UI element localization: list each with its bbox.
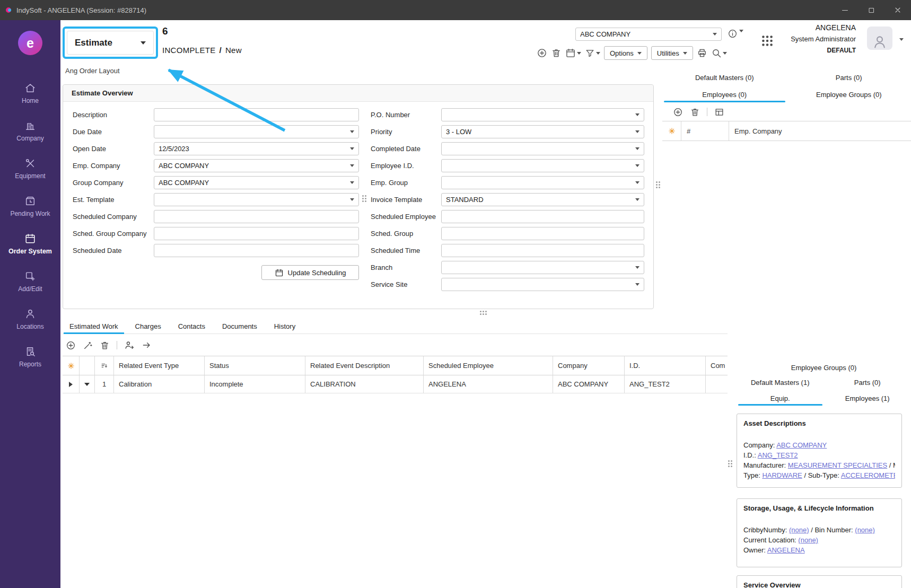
tab-employees-bottom[interactable]: Employees (1) [824, 390, 911, 406]
filter-menu-button[interactable] [585, 48, 600, 58]
current-location-link[interactable]: (none) [798, 536, 818, 544]
subtype-link[interactable]: ACCELEROMETE [841, 471, 895, 479]
cribby-link[interactable]: (none) [789, 526, 809, 534]
sidebar-item-equipment[interactable]: Equipment [0, 150, 60, 187]
open-date-select[interactable]: 12/5/2023 [154, 142, 359, 155]
service-overview-title: Service Overview [743, 581, 895, 588]
user-menu-chevron-icon[interactable] [899, 38, 904, 41]
col-number[interactable]: # [681, 121, 729, 141]
tab-equip[interactable]: Equip. [737, 390, 824, 406]
utilities-button[interactable]: Utilities [651, 46, 693, 60]
sidebar-item-order-system[interactable]: Order System [0, 225, 60, 262]
table-row[interactable]: 1 Calibration Incomplete CALIBRATION ANG… [63, 375, 728, 393]
sidebar-item-pending-work[interactable]: Pending Work [0, 187, 60, 225]
sidebar-item-home[interactable]: Home [0, 74, 60, 112]
delete-employee-button[interactable] [690, 107, 700, 117]
col-scheduled-employee[interactable]: Scheduled Employee [424, 356, 553, 375]
app-grid-button[interactable] [759, 33, 775, 49]
est-template-select[interactable] [154, 193, 359, 206]
emp-company-select[interactable]: ABC COMPANY [154, 159, 359, 172]
col-status[interactable]: Status [205, 356, 305, 375]
tab-employees[interactable]: Employees (0) [662, 86, 787, 103]
row-dropdown-cell[interactable] [80, 375, 95, 393]
company-link[interactable]: ABC COMPANY [776, 441, 827, 449]
priority-select[interactable]: 3 - LOW [441, 125, 644, 138]
due-date-select[interactable] [154, 125, 359, 138]
scheduled-time-input[interactable] [441, 244, 644, 257]
col-company[interactable]: Company [553, 356, 625, 375]
po-number-select[interactable] [441, 108, 644, 121]
header-sort-cell[interactable] [95, 356, 114, 375]
print-button[interactable] [697, 48, 707, 58]
tab-charges[interactable]: Charges [128, 319, 168, 334]
sidebar-item-label: Locations [16, 323, 43, 330]
bin-number-link[interactable]: (none) [855, 526, 875, 534]
grid-settings-cell[interactable] [63, 356, 80, 375]
add-employee-button[interactable] [673, 107, 683, 117]
minimize-button[interactable] [831, 0, 858, 20]
grid-settings-cell[interactable] [662, 121, 681, 141]
tab-parts-bottom[interactable]: Parts (0) [824, 374, 911, 390]
col-com-truncated[interactable]: Com [706, 356, 728, 375]
maximize-button[interactable] [858, 0, 884, 20]
scheduled-employee-input[interactable] [441, 210, 644, 223]
row-expand-cell[interactable] [63, 375, 80, 393]
schedule-menu-button[interactable] [565, 48, 581, 58]
info-menu-button[interactable] [728, 29, 743, 39]
chevron-down-icon [713, 33, 717, 36]
description-input[interactable] [154, 108, 359, 121]
sched-group-company-input[interactable] [154, 227, 359, 240]
add-button[interactable] [537, 48, 547, 58]
sidebar-item-reports[interactable]: Reports [0, 338, 60, 375]
emp-group-select[interactable] [441, 176, 644, 189]
column-drag-handle[interactable] [362, 195, 367, 203]
tab-employee-groups[interactable]: Employee Groups (0) [787, 86, 911, 103]
col-related-event-description[interactable]: Related Event Description [305, 356, 424, 375]
options-button[interactable]: Options [604, 46, 647, 60]
sidebar-item-company[interactable]: Company [0, 112, 60, 150]
auto-create-button[interactable] [83, 340, 93, 350]
manufacturer-link[interactable]: MEASUREMENT SPECIALTIES [788, 461, 887, 469]
grid-view-button[interactable] [714, 107, 724, 117]
tab-parts[interactable]: Parts (0) [787, 69, 911, 86]
vertical-splitter-handle[interactable] [656, 181, 661, 189]
bottom-vertical-splitter-handle[interactable] [728, 460, 733, 468]
tab-default-masters-bottom[interactable]: Default Masters (1) [737, 374, 824, 390]
branch-select[interactable] [441, 261, 644, 274]
tab-contacts[interactable]: Contacts [171, 319, 212, 334]
invoice-template-select[interactable]: STANDARD [441, 193, 644, 206]
sidebar-item-add-edit[interactable]: Add/Edit [0, 262, 60, 300]
close-button[interactable] [884, 0, 911, 20]
completed-date-select[interactable] [441, 142, 644, 155]
group-company-select[interactable]: ABC COMPANY [154, 176, 359, 189]
tab-employee-groups-bottom[interactable]: Employee Groups (0) [737, 361, 911, 374]
assign-employee-button[interactable] [124, 340, 135, 350]
sidebar-item-locations[interactable]: Locations [0, 300, 60, 338]
scheduled-date-input[interactable] [154, 244, 359, 257]
owner-link[interactable]: ANGELENA [767, 546, 805, 554]
scheduled-company-input[interactable] [154, 210, 359, 223]
col-id[interactable]: I.D. [625, 356, 706, 375]
search-menu-button[interactable] [711, 48, 727, 58]
asset-id-link[interactable]: ANG_TEST2 [758, 451, 798, 459]
forward-button[interactable] [142, 340, 152, 350]
tab-estimated-work[interactable]: Estimated Work [63, 319, 125, 334]
avatar[interactable] [867, 27, 892, 50]
update-scheduling-button[interactable]: Update Scheduling [261, 265, 359, 280]
tab-history[interactable]: History [267, 319, 302, 334]
tab-default-masters[interactable]: Default Masters (0) [662, 69, 787, 86]
delete-button[interactable] [551, 48, 562, 58]
add-work-button[interactable] [66, 340, 76, 350]
employee-id-select[interactable] [441, 159, 644, 172]
order-type-dropdown[interactable]: Estimate [67, 31, 154, 55]
status-divider: / [220, 46, 222, 55]
delete-work-button[interactable] [100, 340, 110, 350]
horizontal-splitter-handle[interactable] [480, 311, 487, 315]
service-site-select[interactable] [441, 278, 644, 291]
sched-group-input[interactable] [441, 227, 644, 240]
col-emp-company[interactable]: Emp. Company [729, 121, 911, 141]
type-link[interactable]: HARDWARE [762, 471, 802, 479]
tab-documents[interactable]: Documents [215, 319, 264, 334]
col-related-event-type[interactable]: Related Event Type [114, 356, 205, 375]
company-dropdown[interactable]: ABC COMPANY [575, 28, 722, 41]
